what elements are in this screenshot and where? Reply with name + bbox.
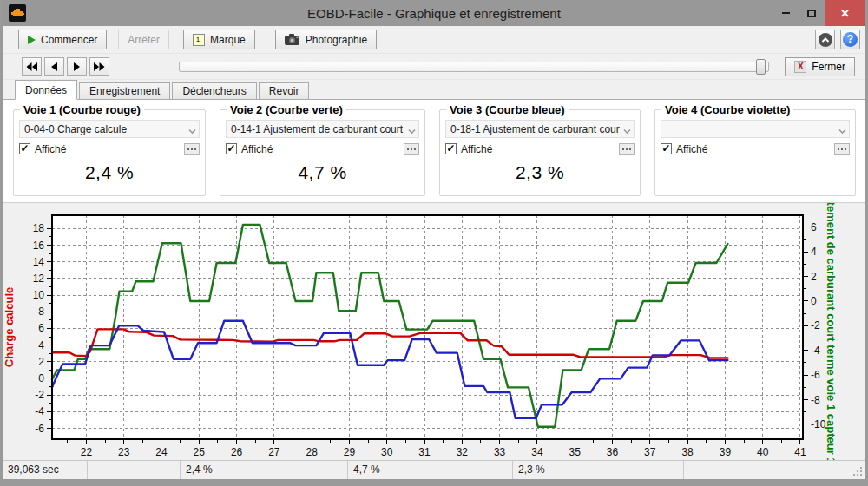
svg-text:28: 28 <box>306 446 318 458</box>
affiche-label: Affiché <box>461 143 492 155</box>
channel-panel-voie2: Voie 2 (Courbe verte) 0-14-1 Ajustement … <box>220 109 425 196</box>
pid-select-voie4[interactable] <box>661 120 850 138</box>
options-button-voie2[interactable] <box>404 143 419 155</box>
stop-button[interactable]: Arrêter <box>118 30 169 49</box>
channel-title: Voie 1 (Courbe rouge) <box>20 103 144 116</box>
svg-text:4: 4 <box>38 339 44 351</box>
start-label: Commencer <box>41 34 97 46</box>
svg-text:12: 12 <box>33 273 45 285</box>
svg-text:2: 2 <box>811 271 817 283</box>
svg-text:-6: -6 <box>811 369 820 381</box>
collapse-button[interactable] <box>815 30 835 49</box>
tab-enregistrement[interactable]: Enregistrement <box>79 82 170 100</box>
pid-select-value: 0-18-1 Ajustement de carburant court ter… <box>450 123 620 135</box>
svg-text:23: 23 <box>118 446 130 458</box>
affiche-checkbox-voie1[interactable]: ✓ <box>19 143 30 154</box>
tab-declencheurs[interactable]: Déclencheurs <box>172 82 256 100</box>
display-row: ✓ Affiché <box>19 142 200 155</box>
chevron-down-icon <box>838 125 846 137</box>
skip-start-icon <box>26 62 37 71</box>
svg-text:2: 2 <box>38 356 44 368</box>
status-voie1-value: 2,4 % <box>181 461 348 479</box>
channel-value-voie2: 4,7 % <box>220 162 424 183</box>
svg-text:14: 14 <box>33 256 45 268</box>
check-icon: ✓ <box>446 142 455 154</box>
pid-select-voie2[interactable]: 0-14-1 Ajustement de carburant court ter… <box>226 120 419 138</box>
tab-donnees[interactable]: Données <box>15 80 77 100</box>
svg-text:6: 6 <box>811 221 817 233</box>
skip-start-button[interactable] <box>22 57 42 76</box>
svg-text:0: 0 <box>38 372 44 384</box>
help-button[interactable]: ? <box>840 30 860 49</box>
play-icon <box>28 36 36 44</box>
svg-text:26: 26 <box>231 446 243 458</box>
window-title: EOBD-Facile - Graphique et enregistremen… <box>3 6 865 21</box>
mark-label: Marque <box>210 34 246 46</box>
svg-text:30: 30 <box>381 446 393 458</box>
mark-button[interactable]: 1. Marque <box>183 30 255 49</box>
channel-title: Voie 4 (Courbe violette) <box>661 103 793 116</box>
channel-panel-voie1: Voie 1 (Courbe rouge) 0-04-0 Charge calc… <box>13 109 206 196</box>
ellipsis-icon <box>411 148 412 150</box>
affiche-checkbox-voie3[interactable]: ✓ <box>445 143 457 154</box>
svg-text:40: 40 <box>757 446 769 458</box>
svg-text:-2: -2 <box>35 389 44 401</box>
slider-thumb[interactable] <box>756 59 766 75</box>
step-forward-button[interactable] <box>67 57 87 76</box>
close-button[interactable]: ✕ <box>825 0 865 26</box>
skip-end-button[interactable] <box>89 57 109 76</box>
svg-text:ustement de carburant court t: ustement de carburant court terme voie 1… <box>825 203 838 460</box>
status-bar: 39,063 sec 2,4 % 4,7 % 2,3 % <box>3 460 865 479</box>
toolbar: Commencer Arrêter 1. Marque Photographie… <box>3 26 865 54</box>
status-elapsed-time: 39,063 sec <box>3 461 88 479</box>
pid-select-voie3[interactable]: 0-18-1 Ajustement de carburant court ter… <box>445 120 635 138</box>
status-voie3-value: 2,3 % <box>513 461 684 479</box>
resize-grip[interactable] <box>860 474 862 476</box>
check-icon: ✓ <box>227 142 235 154</box>
options-button-voie3[interactable] <box>619 143 635 155</box>
svg-text:27: 27 <box>268 446 280 458</box>
photo-button[interactable]: Photographie <box>275 30 377 49</box>
ellipsis-icon <box>626 148 628 150</box>
svg-text:29: 29 <box>344 446 356 458</box>
channels-panel: Voie 1 (Courbe rouge) 0-04-0 Charge calc… <box>3 100 865 202</box>
svg-text:35: 35 <box>569 446 582 458</box>
title-bar[interactable]: EOBD-Facile - Graphique et enregistremen… <box>3 0 865 26</box>
svg-text:34: 34 <box>531 446 543 458</box>
options-button-voie1[interactable] <box>184 143 200 155</box>
svg-text:36: 36 <box>607 446 619 458</box>
affiche-checkbox-voie2[interactable]: ✓ <box>226 143 237 154</box>
record-navigation <box>22 57 109 76</box>
svg-text:39: 39 <box>720 446 732 458</box>
svg-text:-8: -8 <box>811 394 820 406</box>
pid-select-voie1[interactable]: 0-04-0 Charge calcule <box>19 120 200 138</box>
svg-text:37: 37 <box>644 446 656 458</box>
camera-icon <box>285 34 300 45</box>
tab-revoir[interactable]: Revoir <box>259 82 310 100</box>
start-button[interactable]: Commencer <box>18 30 107 49</box>
position-slider[interactable] <box>179 62 769 72</box>
tab-strip: Données Enregistrement Déclencheurs Revo… <box>3 80 865 100</box>
step-back-button[interactable] <box>44 57 64 76</box>
affiche-label: Affiché <box>676 143 707 155</box>
channel-panel-voie4: Voie 4 (Courbe violette) ✓ Affiché <box>654 109 856 196</box>
photo-label: Photographie <box>306 34 367 46</box>
svg-text:-2: -2 <box>811 319 820 332</box>
maximize-button[interactable] <box>799 0 825 26</box>
svg-text:18: 18 <box>33 222 45 234</box>
step-forward-icon <box>73 62 81 71</box>
close-graph-button[interactable]: X Fermer <box>785 57 855 76</box>
toolbar-right: ? <box>815 30 860 49</box>
stop-label: Arrêter <box>128 34 160 46</box>
mark-note-icon: 1. <box>193 34 205 46</box>
options-button-voie4[interactable] <box>834 143 850 155</box>
channel-value-voie1: 2,4 % <box>14 162 205 183</box>
close-graph-label: Fermer <box>812 61 845 73</box>
channel-panel-voie3: Voie 3 (Courbe bleue) 0-18-1 Ajustement … <box>439 109 641 196</box>
channel-title: Voie 2 (Courbe verte) <box>227 103 346 116</box>
skip-end-icon <box>94 62 105 71</box>
pid-select-value: 0-04-0 Charge calcule <box>24 123 127 135</box>
affiche-checkbox-voie4[interactable]: ✓ <box>661 143 672 154</box>
close-icon: ✕ <box>840 7 850 20</box>
minimize-button[interactable] <box>773 0 799 26</box>
